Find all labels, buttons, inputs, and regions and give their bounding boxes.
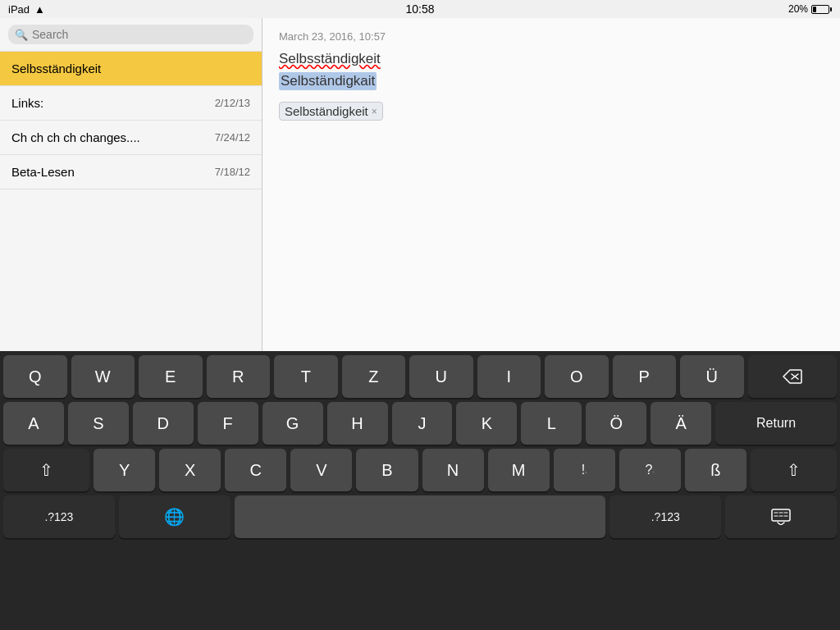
note-title-1: Links: bbox=[11, 96, 43, 110]
key-u[interactable]: U bbox=[409, 355, 473, 398]
key-b[interactable]: B bbox=[356, 449, 418, 491]
note-date-2: 7/24/12 bbox=[215, 131, 250, 144]
search-icon: 🔍 bbox=[15, 29, 28, 41]
key-e[interactable]: E bbox=[139, 355, 203, 398]
key-quest[interactable]: ?. bbox=[619, 449, 681, 491]
battery-percent: 20% bbox=[788, 3, 808, 15]
search-bar-container: 🔍 bbox=[0, 18, 262, 52]
num-key-left[interactable]: .?123 bbox=[3, 495, 115, 538]
key-p[interactable]: P bbox=[613, 355, 677, 398]
status-right: 20% bbox=[788, 3, 832, 15]
chip-close[interactable]: × bbox=[372, 106, 377, 117]
note-item-3[interactable]: Beta-Lesen 7/18/12 bbox=[0, 155, 262, 189]
chip-text: Selbständigkeit bbox=[285, 104, 368, 118]
wifi-icon: ▲ bbox=[34, 3, 45, 16]
key-d[interactable]: D bbox=[133, 402, 194, 445]
key-r[interactable]: R bbox=[207, 355, 271, 398]
note-date-3: 7/18/12 bbox=[215, 166, 250, 178]
key-ae[interactable]: Ä bbox=[651, 402, 711, 445]
key-f[interactable]: F bbox=[198, 402, 258, 445]
key-c[interactable]: C bbox=[225, 449, 286, 491]
key-z[interactable]: Z bbox=[342, 355, 406, 398]
content-line-1: Selbsständigkeit bbox=[279, 51, 824, 67]
autocorrect-chip[interactable]: Selbständigkeit × bbox=[279, 102, 383, 121]
globe-key[interactable]: 🌐 bbox=[119, 495, 231, 538]
note-item-0[interactable]: Selbsständigkeit bbox=[0, 52, 262, 86]
key-q[interactable]: Q bbox=[3, 355, 67, 398]
sidebar: 🔍 Selbsständigkeit Links: 2/12/13 Ch ch … bbox=[0, 18, 262, 351]
key-m[interactable]: M bbox=[488, 449, 550, 491]
keyboard-row-2: A S D F G H J K L Ö Ä Return bbox=[0, 398, 840, 445]
space-key[interactable] bbox=[235, 495, 606, 538]
key-t[interactable]: T bbox=[274, 355, 338, 398]
main-container: 🔍 Selbsständigkeit Links: 2/12/13 Ch ch … bbox=[0, 18, 840, 351]
content-area[interactable]: March 23, 2016, 10:57 Selbsständigkeit S… bbox=[262, 18, 840, 351]
key-l[interactable]: L bbox=[521, 402, 582, 445]
status-bar: iPad ▲ 10:58 20% bbox=[0, 0, 840, 18]
keyboard-hide-key[interactable] bbox=[725, 495, 837, 538]
key-excl[interactable]: !, bbox=[554, 449, 615, 491]
note-title-0: Selbsständigkeit bbox=[11, 62, 101, 75]
return-key[interactable]: Return bbox=[715, 402, 837, 445]
shift-left-key[interactable]: ⇧ bbox=[3, 449, 89, 491]
device-label: iPad bbox=[8, 3, 30, 16]
search-input[interactable] bbox=[32, 28, 247, 41]
content-date: March 23, 2016, 10:57 bbox=[279, 30, 824, 43]
note-title-2: Ch ch ch ch changes.... bbox=[11, 130, 140, 144]
search-bar[interactable]: 🔍 bbox=[8, 25, 253, 44]
battery-icon bbox=[811, 5, 832, 14]
note-date-1: 2/12/13 bbox=[215, 97, 250, 109]
svg-rect-14 bbox=[772, 509, 790, 521]
key-ue[interactable]: Ü bbox=[680, 355, 744, 398]
keyboard-row-1: Q W E R T Z U I O P Ü bbox=[0, 351, 840, 398]
key-i[interactable]: I bbox=[477, 355, 541, 398]
key-v[interactable]: V bbox=[290, 449, 352, 491]
key-h[interactable]: H bbox=[327, 402, 388, 445]
key-a[interactable]: A bbox=[3, 402, 64, 445]
note-item-1[interactable]: Links: 2/12/13 bbox=[0, 86, 262, 121]
shift-right-key[interactable]: ⇧ bbox=[751, 449, 837, 491]
status-left: iPad ▲ bbox=[8, 3, 45, 16]
status-time: 10:58 bbox=[405, 2, 434, 16]
key-g[interactable]: G bbox=[262, 402, 323, 445]
keyboard: Q W E R T Z U I O P Ü A S D F G H J K L … bbox=[0, 351, 840, 630]
key-x[interactable]: X bbox=[159, 449, 221, 491]
num-key-right[interactable]: .?123 bbox=[609, 495, 721, 538]
key-w[interactable]: W bbox=[71, 355, 135, 398]
key-ss[interactable]: ß bbox=[685, 449, 746, 491]
key-j[interactable]: J bbox=[392, 402, 453, 445]
note-title-3: Beta-Lesen bbox=[11, 165, 75, 179]
key-k[interactable]: K bbox=[456, 402, 517, 445]
keyboard-row-4: .?123 🌐 .?123 bbox=[0, 491, 840, 543]
key-y[interactable]: Y bbox=[94, 449, 155, 491]
keyboard-row-3: ⇧ Y X C V B N M !, ?. ß ⇧ bbox=[0, 445, 840, 491]
key-o[interactable]: O bbox=[545, 355, 609, 398]
content-line-2[interactable]: Selbständigkait bbox=[279, 72, 377, 90]
backspace-key[interactable] bbox=[748, 355, 838, 398]
key-oe[interactable]: Ö bbox=[586, 402, 646, 445]
note-item-2[interactable]: Ch ch ch ch changes.... 7/24/12 bbox=[0, 121, 262, 155]
key-s[interactable]: S bbox=[68, 402, 129, 445]
key-n[interactable]: N bbox=[422, 449, 484, 491]
